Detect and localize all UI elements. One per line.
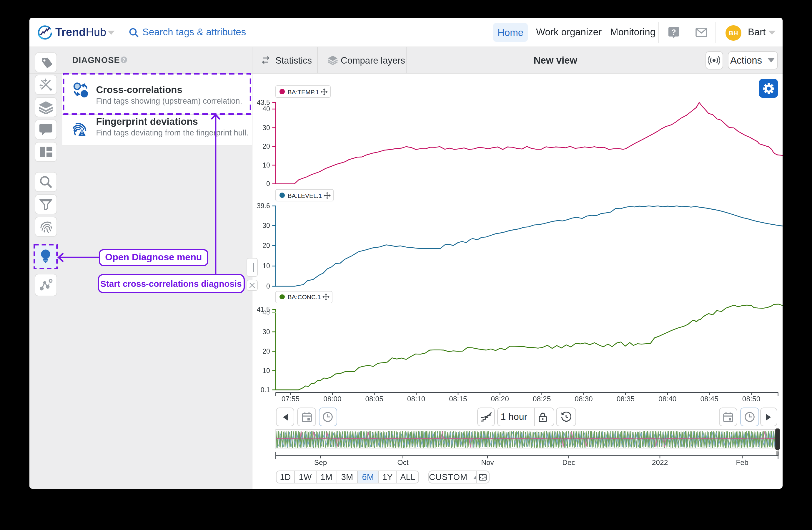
svg-text:Feb: Feb: [736, 458, 748, 466]
svg-text:08:25: 08:25: [533, 395, 551, 403]
svg-text:08:10: 08:10: [407, 395, 425, 403]
svg-text:08:00: 08:00: [323, 395, 341, 403]
svg-text:08:50: 08:50: [742, 395, 760, 403]
svg-text:10: 10: [262, 367, 270, 375]
svg-text:08:20: 08:20: [491, 395, 509, 403]
svg-text:2022: 2022: [652, 458, 668, 466]
svg-text:0: 0: [266, 282, 270, 290]
svg-text:Sep: Sep: [314, 458, 327, 466]
svg-text:20: 20: [262, 242, 270, 249]
svg-text:20: 20: [262, 347, 270, 355]
svg-text:Nov: Nov: [481, 458, 494, 466]
svg-text:40: 40: [262, 309, 270, 316]
svg-text:08:40: 08:40: [658, 395, 676, 403]
svg-text:10: 10: [262, 161, 270, 169]
svg-text:40: 40: [262, 105, 270, 113]
svg-text:08:30: 08:30: [575, 395, 593, 403]
svg-text:08:15: 08:15: [449, 395, 467, 403]
svg-text:0: 0: [266, 180, 270, 187]
svg-text:08:45: 08:45: [700, 395, 719, 403]
svg-text:30: 30: [262, 124, 270, 131]
svg-text:08:35: 08:35: [617, 395, 635, 403]
svg-text:08:05: 08:05: [365, 395, 383, 403]
svg-text:0.1: 0.1: [260, 386, 270, 394]
svg-text:20: 20: [262, 142, 270, 150]
svg-text:30: 30: [262, 222, 270, 229]
svg-text:?: ?: [671, 28, 676, 37]
svg-text:30: 30: [262, 328, 270, 336]
svg-text:Dec: Dec: [562, 458, 575, 466]
svg-text:07:55: 07:55: [281, 395, 300, 403]
svg-text:10: 10: [262, 262, 270, 270]
svg-text:39.6: 39.6: [257, 202, 270, 210]
svg-text:Oct: Oct: [397, 458, 408, 466]
